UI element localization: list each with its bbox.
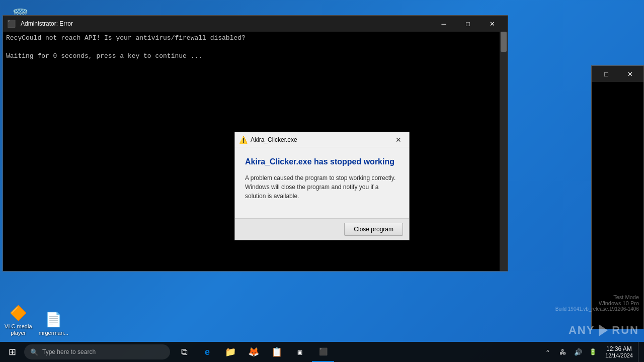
anyrun-arrow-icon [599, 324, 608, 336]
taskbar-explorer-icon: 📁 [225, 346, 236, 357]
show-desktop-btn[interactable] [638, 342, 642, 362]
close-program-button[interactable]: Close program [344, 223, 403, 236]
search-icon: 🔍 [30, 348, 38, 356]
testmode-watermark: Test Mode Windows 10 Pro Build 19041.vb_… [555, 294, 639, 312]
taskbar-notepad-btn[interactable]: 📋 [266, 342, 288, 362]
taskbar-pinned-apps: ⧉ e 📁 🦊 📋 ▣ ⬛ [173, 342, 334, 362]
taskbar-edge-icon: e [205, 347, 210, 357]
cmd-titlebar: ⬛ Administrator: Error ─ □ ✕ [3, 16, 508, 32]
testmode-line2: Windows 10 Pro [555, 300, 639, 306]
dialog-heading: Akira_Clicker.exe has stopped working [245, 157, 399, 166]
cmd-minimize-btn[interactable]: ─ [432, 16, 455, 32]
dialog-close-icon-btn[interactable]: ✕ [392, 133, 405, 146]
vlc-label: VLC media player [5, 323, 32, 336]
dialog-title-icon: ⚠️ [239, 136, 248, 144]
dialog-titlebar: ⚠️ Akira_Clicker.exe ✕ [235, 132, 409, 147]
taskbar-clock[interactable]: 12:36 AM 12/14/2024 [601, 342, 637, 362]
cmd-close-btn[interactable]: ✕ [480, 16, 504, 32]
taskbar-firefox-btn[interactable]: 🦊 [243, 342, 265, 362]
cmd-scroll-thumb [501, 32, 507, 52]
taskbar-terminal-icon: ▣ [298, 348, 302, 356]
cmd-title-icon: ⬛ [7, 20, 16, 28]
error-dialog: ⚠️ Akira_Clicker.exe ✕ Akira_Clicker.exe… [234, 132, 410, 240]
taskbar-tray: ^ 🖧 🔊 🔋 12:36 AM 12/14/2024 [541, 342, 644, 362]
second-window: □ ✕ [591, 65, 644, 329]
testmode-line1: Test Mode [555, 294, 639, 300]
vlc-icon: 🔶 [9, 304, 27, 322]
second-window-titlebar: □ ✕ [592, 66, 643, 82]
taskbar-cmd-icon: ⬛ [319, 347, 328, 355]
desktop: 🗑️ Recy... 🌐 📄 📕 Ad...Acr... 🦊 Fir... 🌐 … [0, 0, 644, 362]
cmd-scrollbar[interactable] [500, 32, 508, 271]
cmd-title-text: Administrator: Error [21, 20, 429, 27]
dialog-footer: Close program [235, 218, 409, 240]
taskbar-search-box[interactable]: 🔍 Type here to search [24, 344, 170, 359]
second-maximize-btn[interactable]: □ [595, 66, 618, 82]
mrgerman-label: mrgerman... [39, 330, 68, 336]
tray-chevron[interactable]: ^ [541, 342, 555, 362]
dialog-message: A problem caused the program to stop wor… [245, 173, 399, 201]
taskbar-edge-btn[interactable]: e [196, 342, 218, 362]
testmode-build: Build 19041.vb_release.191206-1406 [555, 306, 639, 312]
cmd-maximize-btn[interactable]: □ [456, 16, 479, 32]
anyrun-watermark: ANY RUN [569, 324, 639, 337]
taskbar-explorer-btn[interactable]: 📁 [219, 342, 242, 362]
dialog-title-text: Akira_Clicker.exe [251, 136, 389, 143]
taskbar-time: 12:36 AM [606, 345, 632, 352]
taskbar-date: 12/14/2024 [605, 352, 633, 358]
desktop-icon-vlc[interactable]: 🔶 VLC media player [3, 302, 34, 338]
dialog-body: Akira_Clicker.exe has stopped working A … [235, 147, 409, 218]
anyrun-run-text: RUN [612, 324, 639, 337]
taskbar-task-view[interactable]: ⧉ [173, 342, 195, 362]
desktop-icons-bottom: 🔶 VLC media player 📄 mrgerman... [0, 302, 73, 341]
taskbar-terminal-btn[interactable]: ▣ [289, 342, 311, 362]
desktop-icon-mrgerman[interactable]: 📄 mrgerman... [37, 309, 70, 338]
search-placeholder-text: Type here to search [42, 348, 96, 355]
second-window-body [592, 82, 643, 329]
mrgerman-icon: 📄 [44, 311, 62, 329]
tray-volume-icon[interactable]: 🔊 [571, 342, 585, 362]
start-button[interactable]: ⊞ [0, 342, 24, 362]
second-close-btn[interactable]: ✕ [618, 66, 641, 82]
taskbar: ⊞ 🔍 Type here to search ⧉ e 📁 🦊 📋 ▣ ⬛ [0, 342, 644, 362]
anyrun-text: ANY [569, 324, 595, 337]
cmd-window-controls: ─ □ ✕ [432, 16, 504, 32]
cmd-scroll-track [500, 32, 508, 271]
tray-network-icon[interactable]: 🖧 [556, 342, 570, 362]
tray-battery-icon[interactable]: 🔋 [586, 342, 600, 362]
cmd-text: RecyCould not reach API! Is your antivir… [6, 34, 505, 61]
second-win-controls: □ ✕ [595, 66, 641, 82]
taskbar-firefox-icon: 🦊 [248, 346, 259, 357]
taskbar-notepad-icon: 📋 [271, 346, 282, 357]
taskbar-cmd-btn[interactable]: ⬛ [312, 342, 334, 362]
